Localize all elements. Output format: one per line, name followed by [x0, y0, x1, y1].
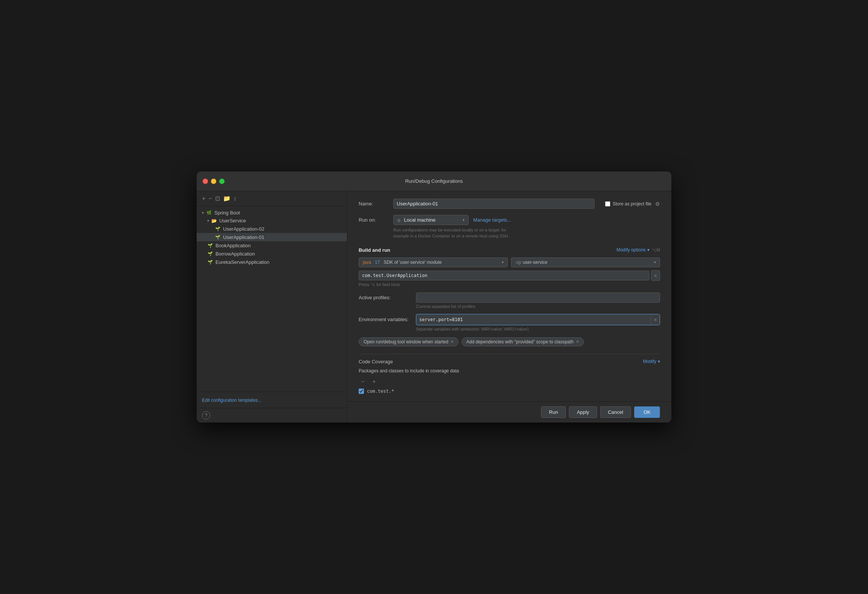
- copy-icon[interactable]: ⊡: [215, 195, 220, 202]
- help-button[interactable]: ?: [202, 411, 210, 419]
- modify-shortcut: ⌥M: [652, 248, 660, 253]
- build-and-run-header: Build and run Modify options ▾ ⌥M: [359, 245, 660, 253]
- chevron-down-icon: ▾: [207, 219, 209, 223]
- sidebar-item-eureka-app[interactable]: 🌱 EurekaServerApplication: [197, 258, 347, 266]
- apply-button[interactable]: Apply: [569, 406, 597, 418]
- ok-button[interactable]: OK: [634, 406, 660, 418]
- minimize-button[interactable]: [211, 179, 216, 184]
- coverage-actions: − +: [359, 377, 660, 386]
- main-class-row: ≡: [359, 270, 660, 281]
- add-icon[interactable]: +: [202, 195, 205, 202]
- form-area: Name: Store as project file ⚙ Run on: ⌂ …: [347, 191, 671, 401]
- modify-options-label: Modify options: [616, 247, 645, 253]
- spring-icon: 🌱: [207, 259, 213, 265]
- browse-main-class-button[interactable]: ≡: [651, 270, 660, 281]
- main-content-area: + − ⊡ 📁 ↕ ▾ 🌿 Spring Boot ▾ 📂 UserServic…: [197, 191, 671, 423]
- sidebar-toolbar: + − ⊡ 📁 ↕: [197, 191, 347, 206]
- sidebar-item-label: UserService: [219, 218, 246, 224]
- local-machine-icon: ⌂: [397, 217, 400, 223]
- coverage-item-text: com.test.*: [367, 389, 394, 394]
- env-vars-row: Environment variables: ≡: [359, 314, 660, 325]
- active-profiles-input[interactable]: [416, 292, 660, 303]
- sidebar-item-user-app-01[interactable]: 🌱 UserApplication-01: [197, 233, 347, 241]
- chip-close-icon[interactable]: ✕: [451, 340, 454, 344]
- cp-value: user-service: [523, 260, 547, 265]
- run-on-label: Run on:: [359, 217, 389, 223]
- cp-select[interactable]: -cp user-service ▾: [511, 257, 660, 267]
- env-vars-input[interactable]: [416, 315, 651, 324]
- sidebar-item-user-app-02[interactable]: 🌱 UserApplication-02: [197, 225, 347, 233]
- main-class-input[interactable]: [359, 271, 649, 280]
- env-input-wrapper: ≡: [416, 314, 660, 325]
- store-project-row: Store as project file ⚙: [605, 201, 660, 207]
- name-row: Name: Store as project file ⚙: [359, 199, 660, 209]
- traffic-lights: [203, 179, 225, 184]
- chip-tool-window: Open run/debug tool window when started …: [359, 337, 458, 346]
- build-and-run-title: Build and run: [359, 247, 390, 253]
- spring-icon: 🌿: [206, 210, 212, 216]
- sidebar-bottom: Edit configuration templates...: [197, 392, 347, 408]
- name-label: Name:: [359, 201, 389, 207]
- browse-env-button[interactable]: ≡: [651, 314, 660, 325]
- spring-icon: 🌱: [207, 251, 213, 257]
- chip-close-icon[interactable]: ✕: [576, 340, 579, 344]
- folder-icon: 📂: [211, 218, 217, 224]
- run-button[interactable]: Run: [541, 406, 566, 418]
- coverage-remove-button[interactable]: −: [359, 377, 367, 386]
- close-button[interactable]: [203, 179, 208, 184]
- edit-templates-link[interactable]: Edit configuration templates...: [202, 398, 261, 403]
- store-as-project-checkbox[interactable]: [605, 201, 610, 207]
- footer-bar: Run Apply Cancel OK: [347, 401, 671, 423]
- sidebar-item-label: BorrowApplication: [215, 251, 255, 257]
- run-debug-configurations-window: Run/Debug Configurations + − ⊡ 📁 ↕ ▾ 🌿 S…: [197, 171, 671, 423]
- coverage-item-checkbox[interactable]: [359, 389, 364, 394]
- sidebar-item-spring-boot[interactable]: ▾ 🌿 Spring Boot: [197, 208, 347, 217]
- fullscreen-button[interactable]: [219, 179, 225, 184]
- sidebar-item-book-app[interactable]: 🌱 BookApplication: [197, 241, 347, 250]
- folder-icon[interactable]: 📁: [223, 195, 231, 202]
- spring-icon: 🌱: [207, 242, 213, 248]
- sidebar-item-user-service[interactable]: ▾ 📂 UserService: [197, 217, 347, 225]
- chevron-down-icon: ▾: [502, 260, 504, 264]
- name-input[interactable]: [393, 199, 594, 209]
- sidebar-tree: ▾ 🌿 Spring Boot ▾ 📂 UserService 🌱 UserAp…: [197, 206, 347, 392]
- profiles-hint: Comma separated list of profiles: [416, 304, 660, 309]
- sidebar-item-label: EurekaServerApplication: [215, 259, 269, 265]
- chevron-down-icon: ▾: [654, 260, 656, 264]
- coverage-title: Code Coverage: [359, 359, 393, 364]
- chevron-down-icon: ▾: [647, 247, 649, 253]
- sidebar-help-area: ?: [197, 408, 347, 423]
- sidebar-item-label: UserApplication-01: [223, 234, 264, 240]
- chip-label: Open run/debug tool window when started: [364, 339, 448, 344]
- sdk-row: java 17 SDK of 'user-service' module ▾ -…: [359, 257, 660, 267]
- chevron-down-icon: ▾: [658, 359, 660, 364]
- cancel-button[interactable]: Cancel: [600, 406, 631, 418]
- chip-dependencies: Add dependencies with "provided" scope t…: [462, 337, 584, 346]
- local-machine-select[interactable]: ⌂ Local machine ▾: [393, 215, 469, 225]
- main-panel: Name: Store as project file ⚙ Run on: ⌂ …: [347, 191, 671, 423]
- sort-icon[interactable]: ↕: [234, 195, 237, 202]
- run-hint: Run configurations may be executed local…: [393, 227, 660, 239]
- modify-options-button[interactable]: Modify options ▾ ⌥M: [616, 247, 660, 253]
- coverage-item: com.test.*: [359, 389, 660, 394]
- chevron-down-icon: ▾: [202, 211, 204, 215]
- manage-targets-link[interactable]: Manage targets...: [473, 217, 511, 223]
- gear-icon[interactable]: ⚙: [655, 201, 660, 207]
- run-on-row: Run on: ⌂ Local machine ▾ Manage targets…: [359, 215, 660, 225]
- local-machine-label: Local machine: [404, 217, 436, 223]
- window-title: Run/Debug Configurations: [405, 178, 463, 184]
- remove-icon[interactable]: −: [208, 195, 212, 202]
- cp-flag: -cp: [515, 260, 521, 265]
- sidebar-item-label: BookApplication: [215, 243, 251, 248]
- active-profiles-row: Active profiles:: [359, 292, 660, 303]
- coverage-add-button[interactable]: +: [370, 377, 378, 386]
- field-hint: Press ⌥ for field hints: [359, 282, 660, 287]
- coverage-modify-button[interactable]: Modify ▾: [643, 359, 660, 364]
- chevron-down-icon: ▾: [463, 218, 465, 222]
- active-profiles-label: Active profiles:: [359, 295, 411, 300]
- env-vars-hint: Separate variables with semicolon: VAR=v…: [416, 327, 660, 331]
- sidebar-item-borrow-app[interactable]: 🌱 BorrowApplication: [197, 250, 347, 258]
- sdk-select[interactable]: java 17 SDK of 'user-service' module ▾: [359, 257, 508, 267]
- store-as-project-label: Store as project file: [613, 201, 651, 207]
- chips-row: Open run/debug tool window when started …: [359, 337, 660, 346]
